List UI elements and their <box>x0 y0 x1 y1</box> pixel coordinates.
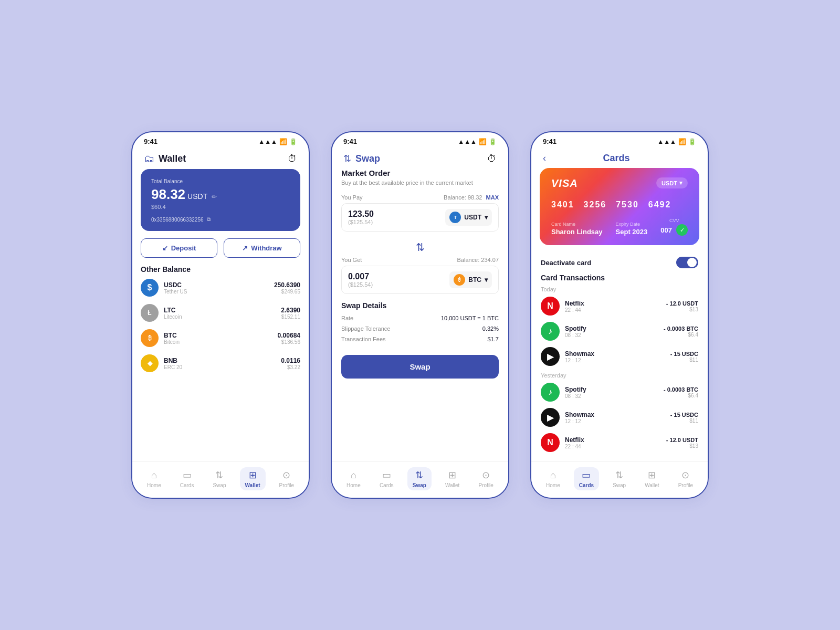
you-pay-field: You Pay Balance: 98.32 MAX 123.50 ($125.… <box>341 194 499 232</box>
spotify-usd-yesterday: $6.4 <box>664 393 698 398</box>
showmax-amount-yesterday: - 15 USDC <box>670 412 698 418</box>
balance-usd: $60.4 <box>151 204 290 210</box>
back-button[interactable]: ‹ <box>543 153 546 164</box>
home-nav-label-1: Home <box>147 482 161 488</box>
spotify-amount-yesterday: - 0.0003 BTC <box>664 386 698 393</box>
profile-nav-label-3: Profile <box>678 482 693 488</box>
withdraw-label: Withdraw <box>251 244 281 252</box>
nav-home-1[interactable]: ⌂ Home <box>142 468 166 490</box>
swap-nav-label-2: Swap <box>413 482 426 488</box>
nav-cards-3[interactable]: ▭ Cards <box>574 467 599 490</box>
netflix-time-yesterday: 22 : 44 <box>565 444 584 449</box>
txn-right-netflix-yesterday: - 12.0 USDT $13 <box>666 437 698 449</box>
deactivate-toggle[interactable] <box>676 257 698 268</box>
balance-item-left-btc: ₿ BTC Bitcoin <box>141 329 180 347</box>
time-1: 9:41 <box>144 138 158 145</box>
coin-amounts-ltc: 2.6390 $152.11 <box>281 307 300 320</box>
max-button[interactable]: MAX <box>486 194 499 201</box>
balance-card: Total Balance 98.32 USDT ✏ $60.4 0x33568… <box>141 169 300 231</box>
market-order-desc: Buy at the best available price in the c… <box>341 180 499 186</box>
status-icons-1: ▲▲▲ 📶 🔋 <box>258 138 297 145</box>
deposit-icon: ↙ <box>162 244 168 252</box>
nav-wallet-3[interactable]: ⊞ Wallet <box>639 467 664 490</box>
nav-profile-3[interactable]: ⊙ Profile <box>673 467 698 490</box>
withdraw-button[interactable]: ↗ Withdraw <box>224 238 300 258</box>
you-get-currency-btn[interactable]: ₿ BTC ▾ <box>449 271 492 288</box>
nav-cards-2[interactable]: ▭ Cards <box>374 467 399 490</box>
profile-nav-icon-1: ⊙ <box>282 469 290 481</box>
signal-icon-1: ▲▲▲ <box>258 138 277 145</box>
swap-nav-label-3: Swap <box>613 482 626 488</box>
balance-item-left-usdc: $ USDC Tether US <box>141 279 187 297</box>
swap-slippage-value: 0.32% <box>482 326 499 332</box>
wallet-address[interactable]: 0x3356880066332256 ⧉ <box>151 216 290 223</box>
swap-header: ⇅ Swap ⏱ <box>332 148 508 169</box>
swap-details-title: Swap Details <box>341 301 499 310</box>
swap-direction-toggle[interactable]: ⇅ <box>341 238 499 257</box>
other-balance-title: Other Balance <box>132 265 309 279</box>
toggle-dot <box>687 258 697 267</box>
you-pay-usd: ($125.54) <box>348 219 374 225</box>
you-pay-label: You Pay <box>341 194 363 201</box>
nav-profile-2[interactable]: ⊙ Profile <box>474 467 499 490</box>
nav-home-3[interactable]: ⌂ Home <box>541 468 565 490</box>
coin-amount-usdc: 250.6390 <box>274 281 300 289</box>
netflix-icon-today: N <box>541 297 560 316</box>
card-transactions-title: Card Transactions <box>531 274 708 286</box>
nav-wallet-2[interactable]: ⊞ Wallet <box>440 467 465 490</box>
nav-cards-1[interactable]: ▭ Cards <box>175 467 200 490</box>
swap-button[interactable]: Swap <box>341 355 499 379</box>
txn-showmax-yesterday: ▶ Showmax 12 : 12 - 15 USDC $11 <box>541 408 698 427</box>
you-pay-amount[interactable]: 123.50 <box>348 209 374 219</box>
copy-icon[interactable]: ⧉ <box>207 216 211 223</box>
you-get-usd: ($125.54) <box>348 281 373 288</box>
card-expiry-section: Expiry Date Sept 2023 <box>616 222 648 236</box>
btc-currency-icon: ₿ <box>454 274 465 286</box>
swap-body: Market Order Buy at the best available p… <box>332 169 508 461</box>
txn-spotify-yesterday: ♪ Spotify 08 : 32 - 0.0003 BTC $6.4 <box>541 383 698 402</box>
you-get-amount[interactable]: 0.007 <box>348 272 373 281</box>
you-pay-currency-btn[interactable]: T USDT ▾ <box>445 209 492 226</box>
txn-showmax-today: ▶ Showmax 12 : 12 - 15 USDC $11 <box>541 347 698 366</box>
wifi-icon-1: 📶 <box>279 138 287 145</box>
txn-right-showmax-today: - 15 USDC $11 <box>670 351 698 363</box>
swap-fees-row: Transaction Fees $1.7 <box>341 336 499 342</box>
coin-amounts-bnb: 0.0116 $3.22 <box>281 357 300 370</box>
phones-container: 9:41 ▲▲▲ 📶 🔋 🗂 Wallet ⏱ Total Balance 98… <box>100 100 740 530</box>
spotify-name-yesterday: Spotify <box>565 386 586 393</box>
cards-header: ‹ Cards <box>531 148 708 168</box>
you-pay-label-row: You Pay Balance: 98.32 MAX <box>341 194 499 201</box>
swap-nav-icon-1: ⇅ <box>215 469 223 481</box>
nav-profile-1[interactable]: ⊙ Profile <box>274 467 299 490</box>
nav-swap-2[interactable]: ⇅ Swap <box>407 467 432 490</box>
showmax-time-today: 12 : 12 <box>565 358 594 363</box>
time-2: 9:41 <box>343 138 357 145</box>
home-nav-icon-3: ⌂ <box>550 470 556 481</box>
home-nav-icon-2: ⌂ <box>351 470 356 481</box>
netflix-name-today: Netflix <box>565 300 584 307</box>
netflix-amount-today: - 12.0 USDT <box>666 300 698 307</box>
status-bar-1: 9:41 ▲▲▲ 📶 🔋 <box>132 132 309 148</box>
deposit-button[interactable]: ↙ Deposit <box>141 238 217 258</box>
showmax-name-yesterday: Showmax <box>565 411 594 418</box>
get-currency-dropdown-icon: ▾ <box>485 276 488 284</box>
battery-icon-1: 🔋 <box>289 138 297 145</box>
spotify-amount-today: - 0.0003 BTC <box>664 326 698 332</box>
coin-fullname-btc: Bitcoin <box>164 339 180 345</box>
you-get-label-row: You Get Balance: 234.07 <box>341 257 499 263</box>
card-name-value: Sharon Lindsay <box>551 228 603 236</box>
history-icon[interactable]: ⏱ <box>288 153 297 164</box>
swap-details-section: Swap Details Rate 10,000 USDT = 1 BTC Sl… <box>341 301 499 342</box>
netflix-usd-today: $13 <box>666 307 698 312</box>
usdt-badge[interactable]: USDT ▾ <box>656 177 688 188</box>
nav-swap-1[interactable]: ⇅ Swap <box>207 467 231 490</box>
card-cvv-section: CVV 007 ✓ <box>660 218 688 236</box>
cards-nav-icon-1: ▭ <box>183 469 192 481</box>
nav-swap-3[interactable]: ⇅ Swap <box>607 467 631 490</box>
cards-nav-label-3: Cards <box>579 482 594 488</box>
showmax-time-yesterday: 12 : 12 <box>565 418 594 424</box>
nav-home-2[interactable]: ⌂ Home <box>341 468 366 490</box>
txn-left-spotify-yesterday: ♪ Spotify 08 : 32 <box>541 383 586 402</box>
nav-wallet-1[interactable]: ⊞ Wallet <box>240 467 266 490</box>
swap-history-icon[interactable]: ⏱ <box>487 153 497 164</box>
